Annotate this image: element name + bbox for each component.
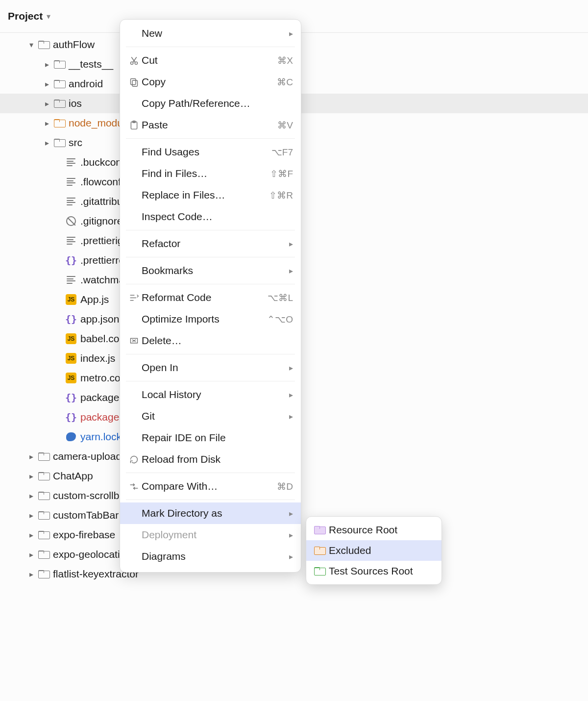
menu-item-cut[interactable]: Cut⌘X bbox=[120, 50, 301, 71]
menu-label: Inspect Code… bbox=[142, 211, 293, 223]
menu-shortcut: ⌘D bbox=[277, 481, 293, 492]
menu-item-copy-path-reference[interactable]: Copy Path/Reference… bbox=[120, 93, 301, 114]
folder-icon bbox=[37, 41, 50, 49]
chevron-right-icon: ▸ bbox=[289, 266, 293, 275]
caret-right-icon[interactable]: ▸ bbox=[41, 119, 53, 128]
menu-item-delete[interactable]: Delete… bbox=[120, 330, 301, 351]
submenu-item-resource-root[interactable]: Resource Root bbox=[306, 520, 441, 540]
caret-right-icon[interactable]: ▸ bbox=[25, 472, 37, 481]
chevron-right-icon: ▸ bbox=[289, 509, 293, 518]
submenu-item-test-sources-root[interactable]: Test Sources Root bbox=[306, 561, 441, 581]
caret-right-icon[interactable]: ▸ bbox=[25, 491, 37, 501]
chevron-right-icon: ▸ bbox=[289, 29, 293, 38]
caret-right-icon[interactable]: ▸ bbox=[25, 530, 37, 540]
folder-icon bbox=[37, 570, 50, 578]
caret-right-icon[interactable]: ▸ bbox=[25, 511, 37, 520]
caret-right-icon[interactable]: ▸ bbox=[41, 99, 53, 108]
folder-icon bbox=[314, 526, 329, 534]
json-icon: {} bbox=[65, 254, 77, 266]
menu-item-copy[interactable]: Copy⌘C bbox=[120, 71, 301, 93]
menu-label: Optimize Imports bbox=[142, 313, 267, 325]
menu-separator bbox=[126, 138, 295, 139]
menu-item-git[interactable]: Git▸ bbox=[120, 405, 301, 427]
menu-label: Git bbox=[142, 410, 286, 422]
menu-item-bookmarks[interactable]: Bookmarks▸ bbox=[120, 260, 301, 281]
menu-shortcut: ⌘C bbox=[277, 76, 293, 88]
menu-item-diagrams[interactable]: Diagrams▸ bbox=[120, 546, 301, 567]
menu-label: Diagrams bbox=[142, 551, 286, 562]
tree-label: authFlow bbox=[53, 39, 95, 50]
menu-separator bbox=[126, 473, 295, 473]
tree-label: src bbox=[69, 137, 82, 149]
menu-shortcut: ⌃⌥O bbox=[267, 314, 293, 325]
menu-item-mark-directory-as[interactable]: Mark Directory as▸ bbox=[120, 502, 301, 524]
menu-item-reload-from-disk[interactable]: Reload from Disk bbox=[120, 449, 301, 470]
json-icon: {} bbox=[65, 411, 77, 423]
caret-right-icon[interactable]: ▸ bbox=[41, 138, 53, 148]
chevron-right-icon: ▸ bbox=[289, 390, 293, 400]
chevron-right-icon: ▸ bbox=[289, 363, 293, 373]
menu-item-replace-in-files[interactable]: Replace in Files…⇧⌘R bbox=[120, 184, 301, 206]
chevron-down-icon[interactable]: ▾ bbox=[47, 12, 50, 21]
menu-item-find-usages[interactable]: Find Usages⌥F7 bbox=[120, 141, 301, 163]
file-icon bbox=[65, 276, 77, 284]
copy-icon bbox=[127, 77, 141, 87]
chevron-right-icon: ▸ bbox=[289, 412, 293, 421]
file-icon bbox=[65, 237, 77, 245]
menu-shortcut: ⌥⌘L bbox=[268, 292, 293, 303]
submenu-label: Resource Root bbox=[329, 524, 397, 536]
tree-label: .gitignore bbox=[80, 215, 122, 227]
js-icon: JS bbox=[65, 373, 77, 383]
tree-label: android bbox=[69, 78, 103, 90]
menu-separator bbox=[126, 354, 295, 354]
tree-label: expo-firebase bbox=[53, 529, 115, 541]
menu-item-repair-ide-on-file[interactable]: Repair IDE on File bbox=[120, 427, 301, 449]
folder-icon bbox=[37, 511, 50, 520]
menu-label: Copy Path/Reference… bbox=[142, 98, 293, 109]
folder-icon bbox=[314, 547, 329, 555]
context-menu[interactable]: New▸Cut⌘XCopy⌘CCopy Path/Reference…Paste… bbox=[120, 19, 301, 573]
caret-down-icon[interactable]: ▾ bbox=[25, 40, 37, 50]
menu-item-optimize-imports[interactable]: Optimize Imports⌃⌥O bbox=[120, 308, 301, 330]
menu-item-find-in-files[interactable]: Find in Files…⇧⌘F bbox=[120, 163, 301, 184]
tree-label: index.js bbox=[80, 352, 115, 364]
menu-separator bbox=[126, 47, 295, 47]
cut-icon bbox=[127, 55, 141, 66]
menu-item-inspect-code[interactable]: Inspect Code… bbox=[120, 206, 301, 227]
menu-shortcut: ⌘X bbox=[277, 55, 293, 66]
menu-separator bbox=[126, 257, 295, 257]
menu-item-new[interactable]: New▸ bbox=[120, 23, 301, 44]
caret-right-icon[interactable]: ▸ bbox=[41, 60, 53, 69]
folder-icon bbox=[314, 567, 329, 576]
menu-item-compare-with[interactable]: Compare With…⌘D bbox=[120, 476, 301, 497]
folder-icon bbox=[53, 139, 66, 147]
file-icon bbox=[65, 198, 77, 205]
caret-right-icon[interactable]: ▸ bbox=[25, 452, 37, 461]
menu-label: Delete… bbox=[142, 335, 293, 347]
menu-item-refactor[interactable]: Refactor▸ bbox=[120, 233, 301, 254]
menu-shortcut: ⇧⌘F bbox=[270, 168, 293, 179]
menu-item-local-history[interactable]: Local History▸ bbox=[120, 384, 301, 405]
folder-icon bbox=[37, 492, 50, 500]
tree-label: app.json bbox=[80, 313, 119, 325]
mark-directory-submenu[interactable]: Resource RootExcludedTest Sources Root bbox=[306, 516, 442, 585]
project-title: Project bbox=[8, 10, 43, 22]
svg-rect-3 bbox=[132, 80, 138, 86]
tree-label: custom-scrollbar bbox=[53, 490, 128, 501]
svg-rect-2 bbox=[130, 78, 136, 84]
caret-right-icon[interactable]: ▸ bbox=[41, 79, 53, 89]
caret-right-icon[interactable]: ▸ bbox=[25, 550, 37, 559]
svg-point-1 bbox=[135, 62, 137, 64]
folder-icon bbox=[37, 452, 50, 461]
menu-item-reformat-code[interactable]: Reformat Code⌥⌘L bbox=[120, 287, 301, 308]
menu-label: Copy bbox=[142, 76, 277, 88]
menu-label: Repair IDE on File bbox=[142, 432, 293, 444]
menu-item-paste[interactable]: Paste⌘V bbox=[120, 114, 301, 136]
tree-label: ChatApp bbox=[53, 470, 93, 482]
caret-right-icon[interactable]: ▸ bbox=[25, 570, 37, 579]
tree-label: App.js bbox=[80, 294, 109, 305]
submenu-item-excluded[interactable]: Excluded bbox=[306, 540, 441, 561]
menu-item-open-in[interactable]: Open In▸ bbox=[120, 357, 301, 378]
submenu-label: Test Sources Root bbox=[329, 565, 413, 577]
js-icon: JS bbox=[65, 333, 77, 344]
